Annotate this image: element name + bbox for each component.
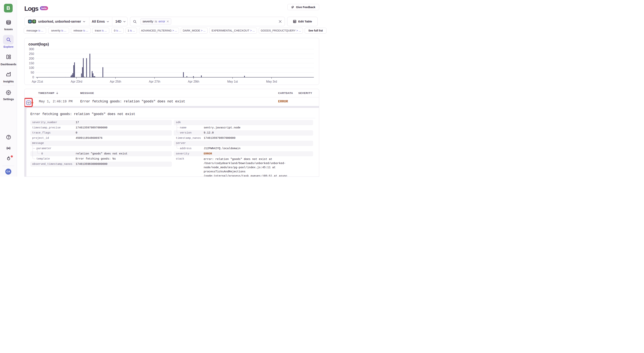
- svg-text:0: 0: [32, 75, 34, 79]
- svg-text:50: 50: [30, 71, 34, 74]
- svg-text:May 1st: May 1st: [227, 80, 238, 83]
- svg-text:May 3rd: May 3rd: [266, 80, 277, 83]
- svg-text:250: 250: [29, 52, 34, 56]
- svg-text:Apr 29th: Apr 29th: [188, 80, 199, 83]
- svg-text:Apr 25th: Apr 25th: [110, 80, 121, 83]
- svg-text:150: 150: [29, 61, 34, 65]
- svg-text:Apr 27th: Apr 27th: [149, 80, 160, 83]
- svg-text:100: 100: [29, 66, 34, 69]
- svg-text:300: 300: [29, 47, 34, 51]
- svg-text:Apr 23rd: Apr 23rd: [71, 80, 82, 83]
- svg-text:Apr 21st: Apr 21st: [32, 80, 43, 83]
- svg-text:200: 200: [29, 57, 34, 60]
